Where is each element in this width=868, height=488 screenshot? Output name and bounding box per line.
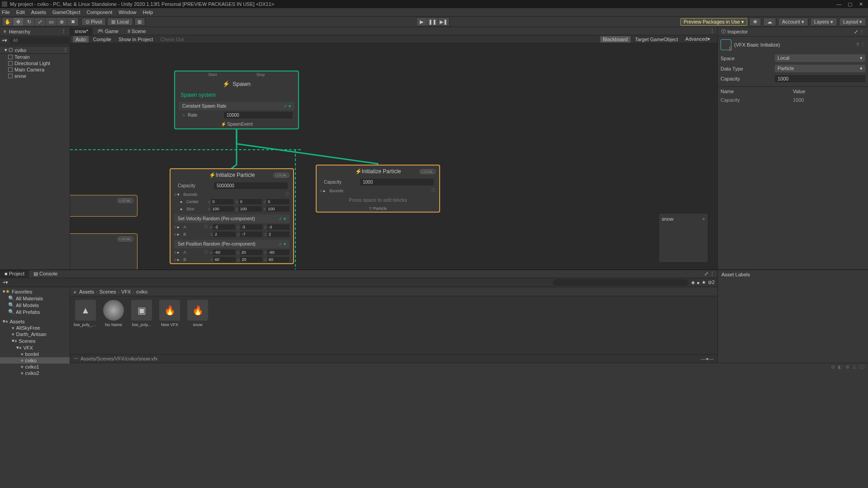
layers-dropdown[interactable]: Layers ▾ <box>810 18 837 26</box>
maximize-button[interactable]: ▢ <box>844 1 855 7</box>
menu-window[interactable]: Window <box>119 9 136 15</box>
vel-a-z[interactable] <box>267 224 289 230</box>
menu-component[interactable]: Component <box>86 9 112 15</box>
collab-button[interactable]: ❋ <box>749 18 761 26</box>
star-icon[interactable]: ★ <box>702 280 706 285</box>
minimize-button[interactable]: — <box>834 1 844 7</box>
partial-node[interactable]: LOCAL <box>70 195 138 217</box>
add-property-button[interactable]: + <box>702 216 705 222</box>
favorite-item[interactable]: 🔍All Materials <box>0 295 70 302</box>
set-position-block[interactable]: Set Position Random (Per-component)✓ ▾ <box>174 240 289 248</box>
local-button[interactable]: ⊞Local <box>107 18 133 26</box>
advanced-dropdown[interactable]: Advanced▾ <box>683 36 713 43</box>
capacity-field[interactable]: 1000 <box>360 179 434 185</box>
console-tab[interactable]: ▤ Console <box>29 270 62 278</box>
status-icon[interactable]: ◐ <box>836 364 844 370</box>
tab-scene[interactable]: #Scene <box>123 28 150 35</box>
close-button[interactable]: ✕ <box>855 1 866 7</box>
particle-output-port[interactable]: ▽ Particle <box>317 205 439 212</box>
rect-tool[interactable]: ▭ <box>46 18 57 26</box>
asset-item[interactable]: 🔥New VFX <box>158 300 181 327</box>
tab-menu[interactable]: ⋮ <box>707 28 717 34</box>
partial-node[interactable]: LOCAL <box>70 233 138 270</box>
cloud-button[interactable]: ☁ <box>763 18 776 26</box>
breadcrumb-item[interactable]: VFX <box>121 289 131 294</box>
status-icon[interactable]: ⓘ <box>858 364 865 370</box>
rotate-tool[interactable]: ↻ <box>24 18 35 26</box>
space-dropdown[interactable]: Local▾ <box>775 54 865 62</box>
custom-tool[interactable]: ✖ <box>67 18 78 26</box>
menu-assets[interactable]: Assets <box>31 9 46 15</box>
tag-icon[interactable]: ● <box>697 280 700 285</box>
transform-tool[interactable]: ⊕ <box>57 18 67 26</box>
add-button[interactable]: +▾ <box>2 38 7 43</box>
center-x[interactable] <box>211 199 234 204</box>
menu-gameobject[interactable]: GameObject <box>52 9 81 15</box>
folder-item[interactable]: ■cviko1 <box>0 364 70 370</box>
layout-dropdown[interactable]: Layout ▾ <box>839 18 866 26</box>
scene-root[interactable]: ▾ ⬡cviko⋮ <box>0 46 70 54</box>
hierarchy-search-input[interactable] <box>9 37 74 44</box>
vel-b-y[interactable] <box>240 232 262 237</box>
spawn-start-port[interactable]: Start <box>209 72 217 77</box>
spawn-stop-port[interactable]: Stop <box>256 72 265 77</box>
checkout-button[interactable]: Check Out <box>157 36 186 43</box>
hierarchy-item[interactable]: Main Camera <box>0 66 70 73</box>
hidden-icon[interactable]: ⊘2 <box>708 280 715 285</box>
show-in-project-button[interactable]: Show in Project <box>116 36 156 43</box>
menu-edit[interactable]: Edit <box>16 9 25 15</box>
target-gameobject-toggle[interactable]: Target GameObject <box>632 36 681 43</box>
folder-item[interactable]: ▾■Scenes <box>0 337 70 344</box>
help-icon[interactable]: ? ⋮ <box>856 42 865 48</box>
tab-game[interactable]: 🎮Game <box>93 27 123 35</box>
hierarchy-tab[interactable]: ≡Hierarchy⋮ <box>0 27 70 36</box>
capacity-field[interactable]: 1000 <box>775 75 865 82</box>
local-badge[interactable]: LOCAL <box>419 169 436 174</box>
breadcrumb-item[interactable]: Assets <box>79 289 94 294</box>
auto-toggle[interactable]: Auto <box>73 36 89 43</box>
scale-tool[interactable]: ⤢ <box>35 18 46 26</box>
datatype-dropdown[interactable]: Particle▾ <box>775 65 865 72</box>
hierarchy-item[interactable]: Directional Light <box>0 60 70 66</box>
folder-item[interactable]: ■cviko2 <box>0 370 70 376</box>
size-y[interactable] <box>239 206 262 212</box>
initialize-particle-node-2[interactable]: ⚡Initialize ParticleLOCAL Capacity1000 ○… <box>316 165 440 213</box>
asset-item[interactable]: ▲low_poly_s... <box>74 300 97 327</box>
hierarchy-item[interactable]: snow <box>0 73 70 79</box>
center-y[interactable] <box>239 199 262 204</box>
status-icon[interactable]: ⚠ <box>851 364 858 370</box>
move-tool[interactable]: ✥ <box>13 18 24 26</box>
pos-b-x[interactable] <box>213 257 236 262</box>
pivot-button[interactable]: ⊙Pivot <box>81 18 106 26</box>
inspector-tab[interactable]: ⓘInspector⤢ ⋮ <box>718 27 868 37</box>
breadcrumb-item[interactable]: Scenes <box>100 289 116 294</box>
status-icon[interactable]: ⊗ <box>844 364 851 370</box>
folder-item[interactable]: ■Darth_Artisan <box>0 331 70 337</box>
constant-spawn-rate-block[interactable]: Constant Spawn Rate✓ ▾ <box>179 102 294 110</box>
pos-a-x[interactable] <box>213 250 235 255</box>
tab-vfx-asset[interactable]: snow* <box>70 28 93 35</box>
folder-item[interactable]: ■bordel <box>0 351 70 357</box>
vel-a-y[interactable] <box>240 224 262 230</box>
vel-b-x[interactable] <box>213 232 236 237</box>
status-icon[interactable]: ⊘ <box>829 364 836 370</box>
folder-item[interactable]: ▾■VFX <box>0 344 70 351</box>
blackboard-toggle[interactable]: Blackboard <box>600 36 631 43</box>
project-tab[interactable]: ■ Project <box>0 270 29 278</box>
rate-field[interactable]: 10000 <box>224 112 293 118</box>
asset-item[interactable]: ▣low_poly... <box>130 300 153 327</box>
center-z[interactable] <box>266 199 289 204</box>
filter-icon[interactable]: ◈ <box>691 280 695 285</box>
folder-item[interactable]: ■AllSkyFree <box>0 325 70 331</box>
hand-tool[interactable]: ✋ <box>2 18 13 26</box>
menu-file[interactable]: File <box>2 9 10 15</box>
hierarchy-item[interactable]: Terrain <box>0 54 70 60</box>
thumbnail-size-slider[interactable]: —●— <box>701 356 714 361</box>
vel-b-z[interactable] <box>267 232 289 237</box>
vfx-graph-canvas[interactable]: StartStop ⚡Spawn Spawn system Constant S… <box>70 43 717 270</box>
size-z[interactable] <box>266 206 289 212</box>
pos-b-y[interactable] <box>240 257 262 262</box>
project-search-input[interactable] <box>553 279 688 286</box>
asset-item[interactable]: 🔥snow <box>186 300 209 327</box>
pause-button[interactable]: ❚❚ <box>427 18 438 26</box>
